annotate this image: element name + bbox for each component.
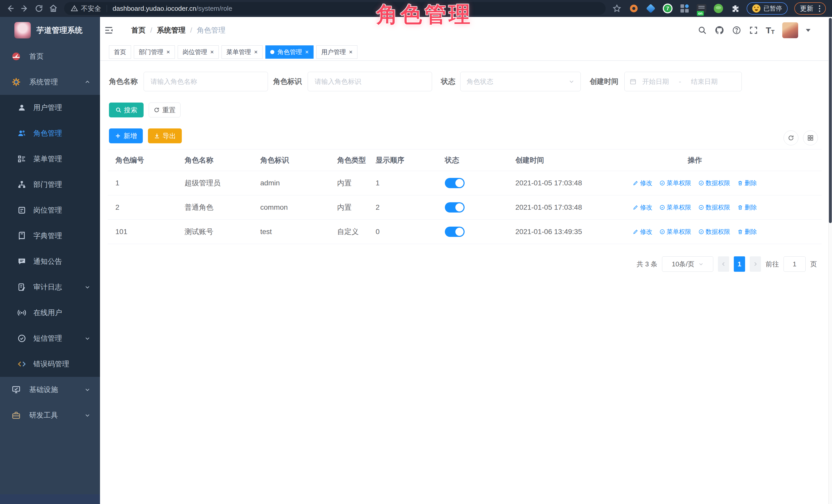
data-permission-link[interactable]: 数据权限 [698, 228, 730, 236]
delete-link[interactable]: 删除 [737, 203, 757, 212]
edit-link[interactable]: 修改 [633, 228, 652, 236]
tab-dept-management[interactable]: 部门管理 × [134, 45, 175, 59]
extension-grid-icon[interactable] [679, 3, 690, 14]
goto-page-input[interactable] [783, 256, 806, 272]
sidebar-item-post-management[interactable]: 岗位管理 [0, 197, 100, 223]
browser-forward-icon[interactable] [18, 2, 32, 15]
extension-green-icon[interactable]: 7 [662, 3, 673, 14]
status-select[interactable]: 角色状态 [460, 72, 581, 91]
edit-link[interactable]: 修改 [633, 203, 652, 212]
sidebar-item-menu-management[interactable]: 菜单管理 [0, 146, 100, 172]
sidebar-item-sms-management[interactable]: 短信管理 [0, 325, 100, 351]
sidebar-item-dict-management[interactable]: 字典管理 [0, 223, 100, 249]
date-start-placeholder[interactable]: 开始日期 [636, 77, 675, 86]
page-size-value: 10条/页 [672, 260, 694, 269]
tab-user-management[interactable]: 用户管理 × [316, 45, 357, 59]
menu-permission-link[interactable]: 菜单权限 [659, 203, 691, 212]
role-key-input[interactable] [308, 72, 432, 91]
bookmark-star-icon[interactable] [611, 3, 623, 14]
divider [107, 5, 107, 12]
date-end-placeholder[interactable]: 结束日期 [685, 77, 724, 86]
date-range-picker[interactable]: 开始日期 - 结束日期 [624, 72, 742, 91]
user-menu-caret-icon[interactable] [806, 29, 810, 32]
browser-refresh-icon[interactable] [32, 2, 46, 15]
close-icon[interactable]: × [210, 49, 214, 55]
plus-icon [115, 133, 121, 139]
circle-check-icon [659, 205, 665, 210]
delete-link[interactable]: 删除 [737, 228, 757, 236]
status-toggle[interactable] [445, 202, 465, 213]
status-toggle[interactable] [445, 178, 465, 188]
roles-icon [17, 129, 27, 138]
col-role-id: 角色编号 [108, 155, 177, 165]
extension-gem-icon[interactable] [645, 3, 656, 14]
tab-post-management[interactable]: 岗位管理 × [178, 45, 219, 59]
browser-home-icon[interactable] [46, 2, 60, 15]
sidebar-item-online-users[interactable]: 在线用户 [0, 300, 100, 325]
table-refresh-button[interactable] [783, 131, 799, 145]
prev-page-button[interactable] [718, 256, 729, 272]
sidebar-item-role-management[interactable]: 角色管理 [0, 121, 100, 146]
sidebar-item-dept-management[interactable]: 部门管理 [0, 172, 100, 197]
sidebar-item-user-management[interactable]: 用户管理 [0, 95, 100, 121]
data-permission-link[interactable]: 数据权限 [698, 179, 730, 187]
close-icon[interactable]: × [254, 49, 258, 55]
breadcrumb-system[interactable]: 系统管理 [157, 25, 186, 35]
extension-frog-icon[interactable] [713, 3, 724, 14]
status-toggle[interactable] [445, 227, 465, 237]
pencil-icon [633, 180, 639, 186]
add-button[interactable]: 新增 [109, 128, 143, 143]
sidebar-item-notice[interactable]: 通知公告 [0, 249, 100, 274]
cell-role-id: 2 [108, 203, 177, 212]
close-icon[interactable]: × [349, 49, 353, 55]
delete-link[interactable]: 删除 [737, 179, 757, 187]
sidebar-item-home[interactable]: 首页 [0, 44, 100, 69]
user-avatar[interactable] [782, 22, 798, 38]
menu-permission-link[interactable]: 菜单权限 [659, 228, 691, 236]
menu-permission-link[interactable]: 菜单权限 [659, 179, 691, 187]
search-button[interactable]: 搜索 [109, 103, 144, 117]
font-size-icon[interactable]: TT [766, 25, 775, 35]
sidebar-item-dev-tools[interactable]: 研发工具 [0, 402, 100, 428]
breadcrumb-home[interactable]: 首页 [131, 25, 146, 35]
extension-puzzle-icon[interactable] [730, 3, 741, 14]
cell-role-type: 内置 [330, 178, 368, 188]
scrollbar-thumb[interactable] [829, 18, 832, 223]
extension-dark-icon[interactable]: on [696, 3, 707, 14]
fullscreen-icon[interactable] [749, 26, 758, 35]
sidebar-item-label: 部门管理 [33, 180, 62, 189]
data-permission-link[interactable]: 数据权限 [698, 203, 730, 212]
page-size-select[interactable]: 10条/页 [662, 256, 713, 272]
close-icon[interactable]: × [166, 49, 170, 55]
browser-back-icon[interactable] [3, 2, 18, 15]
sidebar-item-system-management[interactable]: 系统管理 [0, 69, 100, 95]
not-secure-warning[interactable]: 不安全 [71, 4, 101, 13]
chevron-down-icon [85, 284, 90, 290]
help-icon[interactable] [732, 26, 741, 35]
next-page-button[interactable] [750, 256, 761, 272]
role-name-input[interactable] [144, 72, 268, 91]
browser-menu-icon[interactable] [819, 5, 820, 12]
sidebar-item-error-code[interactable]: 错误码管理 [0, 351, 100, 377]
address-bar[interactable]: 不安全 dashboard.yudao.iocoder.cn/system/ro… [64, 2, 606, 15]
extension-target-icon[interactable] [628, 3, 640, 14]
column-settings-button[interactable] [803, 131, 818, 145]
export-button[interactable]: 导出 [148, 128, 182, 143]
close-icon[interactable]: × [305, 49, 309, 55]
edit-link[interactable]: 修改 [633, 179, 652, 187]
page-number-1[interactable]: 1 [734, 256, 745, 272]
sidebar-item-audit-log[interactable]: 审计日志 [0, 274, 100, 300]
github-icon[interactable] [714, 25, 724, 35]
hamburger-icon[interactable] [100, 25, 119, 35]
app-logo-row[interactable]: 芋道管理系统 [0, 17, 100, 44]
url-text[interactable]: dashboard.yudao.iocoder.cn/system/role [112, 5, 232, 12]
header-search-icon[interactable] [698, 26, 707, 35]
tab-menu-management[interactable]: 菜单管理 × [222, 45, 263, 59]
tab-role-management[interactable]: 角色管理 × [265, 45, 314, 59]
tab-home[interactable]: 首页 [109, 45, 131, 59]
update-button[interactable]: 更新 [794, 2, 826, 15]
profile-paused-pill[interactable]: 已暂停 [747, 2, 788, 15]
sidebar-item-infrastructure[interactable]: 基础设施 [0, 377, 100, 402]
reset-button[interactable]: 重置 [149, 103, 181, 117]
app-logo [15, 22, 31, 38]
